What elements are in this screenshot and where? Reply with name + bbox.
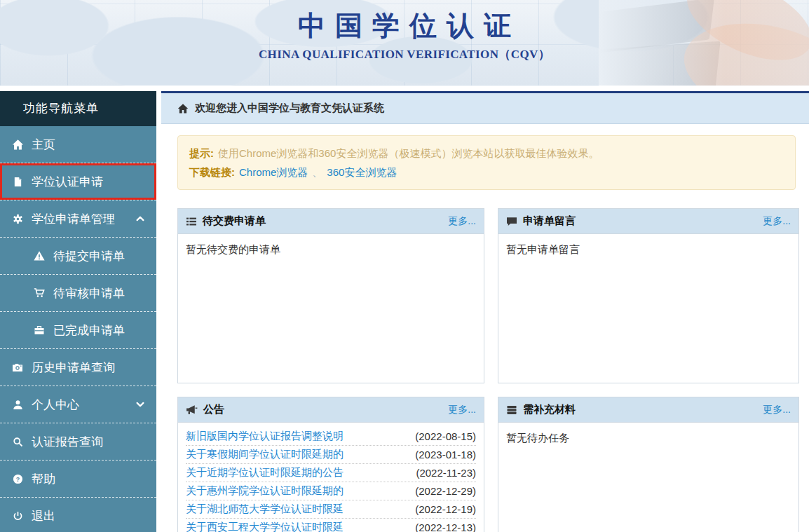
chevron-down-icon[interactable] bbox=[135, 400, 145, 409]
link-separator: 、 bbox=[312, 166, 322, 178]
announcement-row: 关于惠州学院学位认证时限延期的(2022-12-29) bbox=[186, 482, 476, 500]
announcement-date: (2022-12-29) bbox=[415, 485, 476, 497]
sidebar-item-label: 学位认证申请 bbox=[32, 174, 103, 190]
sidebar-item-home[interactable]: 主页 bbox=[0, 126, 156, 163]
more-link[interactable]: 更多... bbox=[448, 215, 476, 228]
graduation-cap-shape bbox=[599, 0, 714, 54]
announcement-link[interactable]: 关于湖北师范大学学位认证时限延 bbox=[186, 503, 409, 516]
sidebar-title: 功能导航菜单 bbox=[0, 91, 156, 126]
panel-header: 待交费申请单更多... bbox=[178, 209, 484, 234]
welcome-bar: 欢迎您进入中国学位与教育文凭认证系统 bbox=[161, 93, 809, 124]
announcement-row: 关于近期学位认证时限延期的公告(2022-11-23) bbox=[186, 464, 476, 482]
comment-icon bbox=[506, 216, 517, 227]
announcement-date: (2022-11-23) bbox=[416, 467, 476, 479]
announcement-date: (2022-12-19) bbox=[415, 503, 476, 515]
panel-empty-text: 暂无申请单留言 bbox=[498, 234, 798, 383]
site-subtitle: CHINA QUALIFICATION VERIFICATION（CQV） bbox=[259, 46, 550, 62]
panel-header: 公告更多... bbox=[178, 397, 484, 423]
sidebar-item-label: 退出 bbox=[32, 508, 55, 524]
graduation-photo bbox=[599, 0, 809, 86]
main-content: 欢迎您进入中国学位与教育文凭认证系统 提示:使用Chrome浏览器和360安全浏… bbox=[161, 91, 809, 532]
site-header: 中国学位认证 CHINA QUALIFICATION VERIFICATION（… bbox=[0, 0, 809, 86]
more-link[interactable]: 更多... bbox=[763, 404, 791, 416]
panel-title: 申请单留言 bbox=[523, 214, 576, 228]
hand-shape bbox=[675, 0, 809, 77]
sidebar-item-label: 主页 bbox=[32, 137, 55, 153]
notice-tip-label: 提示: bbox=[189, 147, 214, 159]
sidebar-item-report-query[interactable]: 认证报告查询 bbox=[0, 423, 156, 461]
sidebar-item-degree-apply[interactable]: 学位认证申请 bbox=[0, 163, 156, 200]
sidebar-item-completed[interactable]: 已完成申请单 bbox=[0, 312, 156, 349]
hand-shape bbox=[675, 9, 809, 86]
announcement-list: 新旧版国内学位认证报告调整说明(2022-08-15)关于寒假期间学位认证时限延… bbox=[178, 423, 484, 532]
more-link[interactable]: 更多... bbox=[448, 404, 476, 416]
announcement-date: (2022-08-15) bbox=[415, 430, 476, 442]
sidebar-item-help[interactable]: ?帮助 bbox=[0, 461, 156, 498]
sidebar-item-label: 个人中心 bbox=[32, 397, 79, 413]
announcement-link[interactable]: 关于西安工程大学学位认证时限延 bbox=[186, 521, 409, 532]
panel-messages: 申请单留言更多...暂无申请单留言 bbox=[498, 208, 799, 383]
svg-text:?: ? bbox=[15, 475, 19, 482]
site-title-block: 中国学位认证 CHINA QUALIFICATION VERIFICATION（… bbox=[259, 7, 550, 62]
sidebar-item-label: 已完成申请单 bbox=[53, 322, 125, 339]
warning-icon bbox=[32, 250, 46, 261]
more-link[interactable]: 更多... bbox=[763, 215, 791, 228]
announcement-row: 关于西安工程大学学位认证时限延(2022-12-13) bbox=[186, 519, 476, 532]
site-title: 中国学位认证 bbox=[259, 7, 560, 45]
page: 中国学位认证 CHINA QUALIFICATION VERIFICATION（… bbox=[0, 0, 809, 532]
announcement-link[interactable]: 关于近期学位认证时限延期的公告 bbox=[186, 466, 410, 479]
sidebar-item-logout[interactable]: 退出 bbox=[0, 498, 156, 532]
stack-icon bbox=[506, 404, 517, 416]
sidebar-item-label: 待提交申请单 bbox=[53, 248, 125, 264]
search-icon bbox=[11, 437, 25, 447]
sidebar-item-label: 帮助 bbox=[32, 471, 55, 487]
sidebar-item-label: 历史申请单查询 bbox=[32, 360, 115, 376]
announcement-row: 关于寒假期间学位认证时限延期的(2023-01-18) bbox=[186, 446, 476, 464]
user-icon bbox=[11, 400, 25, 410]
sidebar-item-application-manage[interactable]: 学位申请单管理 bbox=[0, 200, 156, 238]
home-icon bbox=[11, 139, 25, 151]
announcement-row: 关于湖北师范大学学位认证时限延(2022-12-19) bbox=[186, 500, 476, 519]
browser360-download-link[interactable]: 360安全浏览器 bbox=[327, 166, 397, 178]
sidebar-nav: 主页学位认证申请学位申请单管理待提交申请单待审核申请单已完成申请单历史申请单查询… bbox=[0, 126, 156, 532]
home-icon bbox=[177, 103, 189, 114]
notice-tip-text: 使用Chrome浏览器和360安全浏览器（极速模式）浏览本站以获取最佳体验效果。 bbox=[218, 147, 599, 159]
panel-announcements: 公告更多...新旧版国内学位认证报告调整说明(2022-08-15)关于寒假期间… bbox=[177, 397, 484, 532]
panel-header: 需补充材料更多... bbox=[498, 397, 798, 423]
announcement-link[interactable]: 关于寒假期间学位认证时限延期的 bbox=[186, 448, 409, 461]
sidebar-item-personal-center[interactable]: 个人中心 bbox=[0, 386, 156, 423]
briefcase-icon bbox=[32, 325, 46, 336]
sidebar-item-label: 学位申请单管理 bbox=[32, 211, 115, 227]
list-icon bbox=[186, 216, 197, 227]
announcement-date: (2022-12-13) bbox=[415, 521, 476, 532]
panel-title: 公告 bbox=[203, 403, 224, 416]
chrome-download-link[interactable]: Chrome浏览器 bbox=[239, 166, 308, 178]
panel-title: 待交费申请单 bbox=[203, 214, 266, 228]
camera-icon bbox=[11, 362, 25, 373]
notice-download-label: 下载链接: bbox=[189, 166, 235, 178]
sidebar-item-label: 认证报告查询 bbox=[32, 434, 103, 450]
panel-empty-text: 暂无待办任务 bbox=[498, 423, 798, 532]
chevron-up-icon[interactable] bbox=[135, 214, 145, 224]
megaphone-icon bbox=[186, 404, 198, 416]
sidebar-item-pending-review[interactable]: 待审核申请单 bbox=[0, 275, 156, 312]
body-row: 功能导航菜单 主页学位认证申请学位申请单管理待提交申请单待审核申请单已完成申请单… bbox=[0, 91, 809, 532]
sidebar-item-label: 待审核申请单 bbox=[53, 285, 125, 301]
announcement-link[interactable]: 新旧版国内学位认证报告调整说明 bbox=[186, 430, 409, 443]
cart-icon bbox=[32, 287, 46, 299]
panel-header: 申请单留言更多... bbox=[498, 209, 798, 234]
panel-title: 需补充材料 bbox=[523, 403, 576, 416]
browser-notice: 提示:使用Chrome浏览器和360安全浏览器（极速模式）浏览本站以获取最佳体验… bbox=[177, 135, 796, 190]
sidebar: 功能导航菜单 主页学位认证申请学位申请单管理待提交申请单待审核申请单已完成申请单… bbox=[0, 91, 156, 532]
power-icon bbox=[11, 511, 25, 521]
sidebar-item-pending-submit[interactable]: 待提交申请单 bbox=[0, 238, 156, 275]
announcement-row: 新旧版国内学位认证报告调整说明(2022-08-15) bbox=[186, 428, 476, 446]
dashboard-panels: 待交费申请单更多...暂无待交费的申请单申请单留言更多...暂无申请单留言公告更… bbox=[177, 208, 799, 532]
welcome-text: 欢迎您进入中国学位与教育文凭认证系统 bbox=[195, 102, 384, 115]
panel-supplementary: 需补充材料更多...暂无待办任务 bbox=[498, 397, 799, 532]
help-icon: ? bbox=[11, 474, 25, 484]
notice-download-line: 下载链接:Chrome浏览器、360安全浏览器 bbox=[189, 163, 784, 182]
announcement-link[interactable]: 关于惠州学院学位认证时限延期的 bbox=[186, 484, 409, 498]
notice-tip-line: 提示:使用Chrome浏览器和360安全浏览器（极速模式）浏览本站以获取最佳体验… bbox=[189, 144, 784, 163]
sidebar-item-history-query[interactable]: 历史申请单查询 bbox=[0, 349, 156, 386]
